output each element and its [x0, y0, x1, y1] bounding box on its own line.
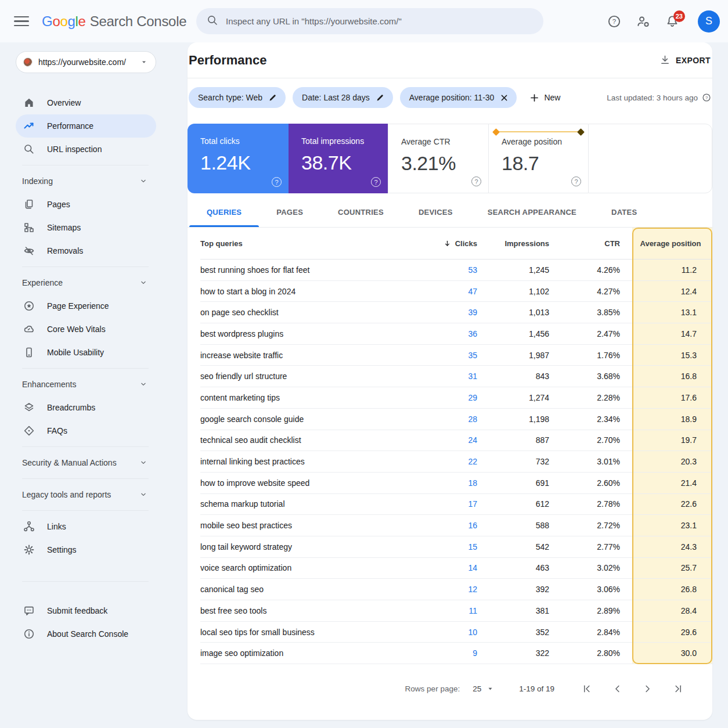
menu-icon[interactable] — [14, 16, 29, 27]
table-row[interactable]: how to improve website speed 18 691 2.60… — [200, 473, 712, 494]
tab-queries[interactable]: QUERIES — [189, 197, 259, 227]
clicks-value-link[interactable]: 47 — [468, 287, 477, 296]
clicks-value-link[interactable]: 29 — [468, 393, 477, 402]
tab-countries[interactable]: COUNTRIES — [320, 197, 401, 227]
chip-average-position-filter[interactable]: Average position: 11-30 — [400, 87, 517, 108]
sidebar-section-indexing[interactable]: Indexing — [0, 170, 180, 193]
query-cell: best running shoes for flat feet — [200, 260, 419, 281]
clicks-value-link[interactable]: 17 — [468, 499, 477, 509]
table-row[interactable]: best wordpress plugins 36 1,456 2.47% 14… — [200, 323, 712, 345]
table-row[interactable]: best running shoes for flat feet 53 1,24… — [200, 260, 712, 281]
tab-search-appearance[interactable]: SEARCH APPEARANCE — [470, 197, 594, 227]
sidebar-item-pages[interactable]: Pages — [16, 193, 156, 216]
sidebar-item-about-search-console[interactable]: About Search Console — [16, 622, 156, 646]
next-page-icon[interactable] — [641, 683, 653, 694]
export-button[interactable]: EXPORT — [659, 55, 711, 66]
table-row[interactable]: canonical tag seo 12 392 3.06% 26.8 — [200, 579, 712, 600]
chip-search-type[interactable]: Search type: Web — [189, 87, 286, 108]
clicks-value-link[interactable]: 39 — [468, 308, 477, 317]
average-ctr-card[interactable]: Average CTR 3.21% ? — [388, 124, 488, 193]
ctr-cell: 2.89% — [549, 600, 620, 622]
table-row[interactable]: on page seo checklist 39 1,013 3.85% 13.… — [200, 302, 712, 323]
table-row[interactable]: internal linking best practices 22 732 3… — [200, 451, 712, 473]
url-inspect-input[interactable] — [226, 16, 533, 26]
clicks-value-link[interactable]: 36 — [468, 329, 477, 338]
url-inspect-searchbar[interactable] — [196, 8, 543, 34]
manage-users-icon[interactable] — [636, 15, 650, 28]
sidebar-section-experience[interactable]: Experience — [0, 271, 180, 294]
rows-per-page-select[interactable]: 25 — [473, 684, 493, 693]
property-selector[interactable]: https://yourwebsite.com/ — [16, 51, 156, 73]
table-row[interactable]: increase website traffic 35 1,987 1.76% … — [200, 345, 712, 366]
table-row[interactable]: technical seo audit checklist 24 887 2.7… — [200, 430, 712, 452]
first-page-icon[interactable] — [581, 683, 593, 694]
table-row[interactable]: best free seo tools 11 381 2.89% 28.4 — [200, 600, 712, 622]
avatar[interactable]: S — [698, 10, 720, 33]
new-filter-button[interactable]: New — [529, 93, 560, 103]
table-row[interactable]: image seo optimization 9 322 2.80% 30.0 — [200, 643, 712, 664]
sidebar-item-breadcrumbs[interactable]: Breadcrumbs — [16, 396, 156, 419]
column-header-average-position[interactable]: Average position — [620, 228, 712, 260]
sidebar-item-links[interactable]: Links — [16, 515, 156, 538]
last-page-icon[interactable] — [672, 683, 683, 694]
column-header-ctr[interactable]: CTR — [549, 228, 620, 260]
clicks-value-link[interactable]: 31 — [468, 372, 477, 381]
column-header-clicks[interactable]: Clicks — [419, 228, 477, 260]
help-icon[interactable]: ? — [471, 176, 481, 186]
clicks-value-link[interactable]: 24 — [468, 435, 477, 445]
clicks-value-link[interactable]: 18 — [468, 478, 477, 488]
clicks-value-link[interactable]: 15 — [468, 542, 477, 552]
previous-page-icon[interactable] — [611, 683, 623, 694]
help-icon[interactable]: ? — [702, 93, 711, 102]
sidebar-item-settings[interactable]: Settings — [16, 538, 156, 561]
sidebar-section-legacy-tools[interactable]: Legacy tools and reports — [0, 483, 180, 506]
table-row[interactable]: how to start a blog in 2024 47 1,102 4.2… — [200, 281, 712, 302]
clicks-value-link[interactable]: 9 — [473, 648, 477, 658]
product-name: Search Console — [90, 13, 187, 30]
tab-devices[interactable]: DEVICES — [401, 197, 470, 227]
clicks-value-link[interactable]: 10 — [468, 628, 477, 637]
chip-date-range[interactable]: Date: Last 28 days — [293, 87, 393, 108]
table-row[interactable]: content marketing tips 29 1,274 2.28% 17… — [200, 387, 712, 409]
clicks-value-link[interactable]: 14 — [468, 563, 477, 572]
sidebar-item-sitemaps[interactable]: Sitemaps — [16, 216, 156, 239]
sidebar-item-performance[interactable]: Performance — [16, 114, 156, 138]
average-position-card[interactable]: Average position 18.7 ? — [488, 124, 588, 193]
table-row[interactable]: mobile seo best practices 16 588 2.72% 2… — [200, 515, 712, 536]
table-row[interactable]: long tail keyword strategy 15 542 2.77% … — [200, 536, 712, 558]
sidebar-item-submit-feedback[interactable]: Submit feedback — [16, 599, 156, 622]
sidebar-section-enhancements[interactable]: Enhancements — [0, 373, 180, 396]
total-clicks-card[interactable]: Total clicks 1.24K ? — [188, 124, 289, 193]
sidebar-section-security-manual-actions[interactable]: Security & Manual Actions — [0, 451, 180, 474]
column-header-top-queries[interactable]: Top queries — [200, 228, 419, 260]
help-icon[interactable]: ? — [272, 177, 282, 187]
clicks-value-link[interactable]: 16 — [468, 521, 477, 530]
clicks-value-link[interactable]: 53 — [468, 265, 477, 275]
sidebar-item-mobile-usability[interactable]: Mobile Usability — [16, 341, 156, 364]
sidebar-item-url-inspection[interactable]: URL inspection — [16, 138, 156, 161]
close-icon[interactable] — [500, 93, 509, 102]
sidebar-item-page-experience[interactable]: Page Experience — [16, 294, 156, 318]
table-row[interactable]: google search console guide 28 1,198 2.3… — [200, 409, 712, 430]
table-row[interactable]: schema markup tutorial 17 612 2.78% 22.6 — [200, 494, 712, 516]
clicks-value-link[interactable]: 22 — [468, 457, 477, 466]
help-icon[interactable]: ? — [571, 176, 581, 186]
help-icon[interactable]: ? — [371, 177, 381, 187]
sidebar-item-overview[interactable]: Overview — [16, 91, 156, 114]
sidebar-item-removals[interactable]: Removals — [16, 239, 156, 262]
sidebar-item-core-web-vitals[interactable]: Core Web Vitals — [16, 318, 156, 341]
clicks-value-link[interactable]: 28 — [468, 415, 477, 424]
bell-icon[interactable]: 23 — [665, 15, 679, 28]
table-row[interactable]: local seo tips for small business 10 352… — [200, 622, 712, 643]
tab-pages[interactable]: PAGES — [259, 197, 320, 227]
clicks-value-link[interactable]: 11 — [468, 606, 477, 615]
sidebar-item-faqs[interactable]: FAQs — [16, 419, 156, 442]
clicks-value-link[interactable]: 35 — [468, 351, 477, 360]
tab-dates[interactable]: DATES — [594, 197, 654, 227]
column-header-impressions[interactable]: Impressions — [477, 228, 549, 260]
help-icon[interactable]: ? — [607, 15, 621, 28]
total-impressions-card[interactable]: Total impressions 38.7K ? — [289, 124, 388, 193]
table-row[interactable]: voice search optimization 14 463 3.02% 2… — [200, 558, 712, 579]
table-row[interactable]: seo friendly url structure 31 843 3.68% … — [200, 366, 712, 387]
clicks-value-link[interactable]: 12 — [468, 585, 477, 594]
